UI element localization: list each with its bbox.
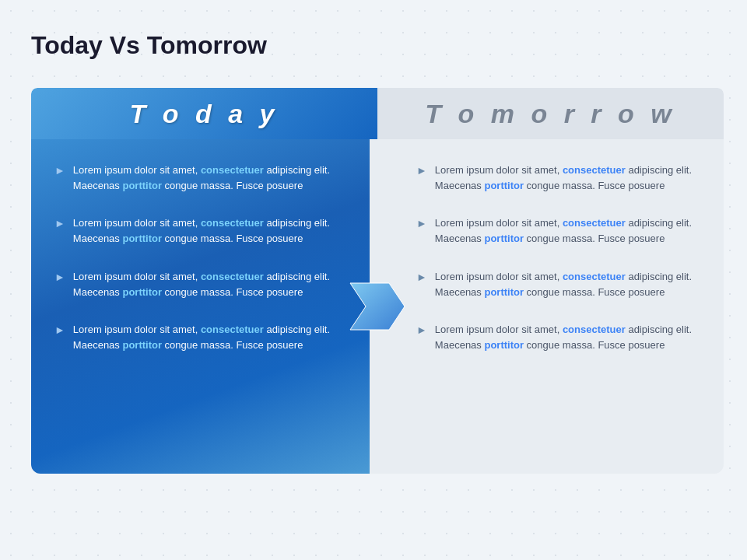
tomorrow-bullet-text-3: Lorem ipsum dolor sit amet, consectetuer… (435, 269, 700, 300)
tomorrow-bullet-4: ► Lorem ipsum dolor sit amet, consectetu… (416, 322, 700, 353)
today-bullet-text-1: Lorem ipsum dolor sit amet, consectetuer… (73, 163, 338, 194)
comparison-wrapper: T o d a y T o m o r r o w ► Lorem ipsum … (31, 88, 724, 474)
today-bullet-3: ► Lorem ipsum dolor sit amet, consectetu… (54, 269, 338, 300)
tomorrow-chevron-icon-3: ► (416, 271, 427, 283)
tomorrow-header-label: T o m o r r o w (425, 99, 675, 129)
tomorrow-bullet-1: ► Lorem ipsum dolor sit amet, consectetu… (416, 163, 700, 194)
today-bullet-text-3: Lorem ipsum dolor sit amet, consectetuer… (73, 269, 338, 300)
tomorrow-bullet-text-4: Lorem ipsum dolor sit amet, consectetuer… (435, 322, 700, 353)
content-row: ► Lorem ipsum dolor sit amet, consectetu… (31, 139, 724, 474)
tomorrow-bullet-2: ► Lorem ipsum dolor sit amet, consectetu… (416, 215, 700, 247)
today-bullet-2: ► Lorem ipsum dolor sit amet, consectetu… (54, 215, 338, 247)
page-container: Today Vs Tomorrow T o d a y T o m o r r … (0, 0, 747, 560)
tomorrow-chevron-icon-1: ► (416, 164, 427, 177)
page-title: Today Vs Tomorrow (31, 31, 724, 60)
tomorrow-bullet-text-1: Lorem ipsum dolor sit amet, consectetuer… (435, 163, 700, 194)
today-header-label: T o d a y (130, 99, 279, 129)
center-arrow (346, 275, 409, 338)
today-bullet-text-2: Lorem ipsum dolor sit amet, consectetuer… (73, 215, 338, 247)
today-chevron-icon-2: ► (54, 217, 65, 229)
today-content-panel: ► Lorem ipsum dolor sit amet, consectetu… (31, 139, 370, 474)
svg-marker-0 (350, 283, 405, 330)
today-chevron-icon-4: ► (54, 324, 65, 336)
header-row: T o d a y T o m o r r o w (31, 88, 724, 139)
tomorrow-chevron-icon-4: ► (416, 324, 427, 336)
tomorrow-bullet-3: ► Lorem ipsum dolor sit amet, consectetu… (416, 269, 700, 300)
tomorrow-chevron-icon-2: ► (416, 217, 427, 229)
tomorrow-bullet-text-2: Lorem ipsum dolor sit amet, consectetuer… (435, 215, 700, 247)
tomorrow-content-panel: ► Lorem ipsum dolor sit amet, consectetu… (370, 139, 724, 474)
today-bullet-text-4: Lorem ipsum dolor sit amet, consectetuer… (73, 322, 338, 353)
today-header: T o d a y (31, 88, 377, 139)
tomorrow-header: T o m o r r o w (377, 88, 724, 139)
today-bullet-1: ► Lorem ipsum dolor sit amet, consectetu… (54, 163, 338, 194)
today-chevron-icon-1: ► (54, 164, 65, 177)
today-bullet-4: ► Lorem ipsum dolor sit amet, consectetu… (54, 322, 338, 353)
arrow-icon (346, 275, 409, 338)
today-chevron-icon-3: ► (54, 271, 65, 283)
